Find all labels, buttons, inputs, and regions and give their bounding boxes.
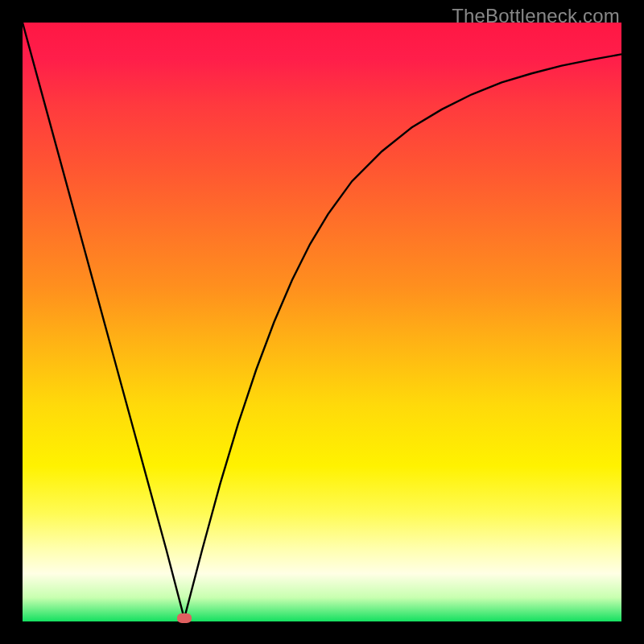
chart-frame: TheBottleneck.com: [0, 0, 644, 644]
curve-path: [23, 23, 621, 618]
bottleneck-curve: [23, 23, 621, 621]
plot-area: [23, 23, 621, 621]
optimum-marker: [177, 613, 192, 623]
